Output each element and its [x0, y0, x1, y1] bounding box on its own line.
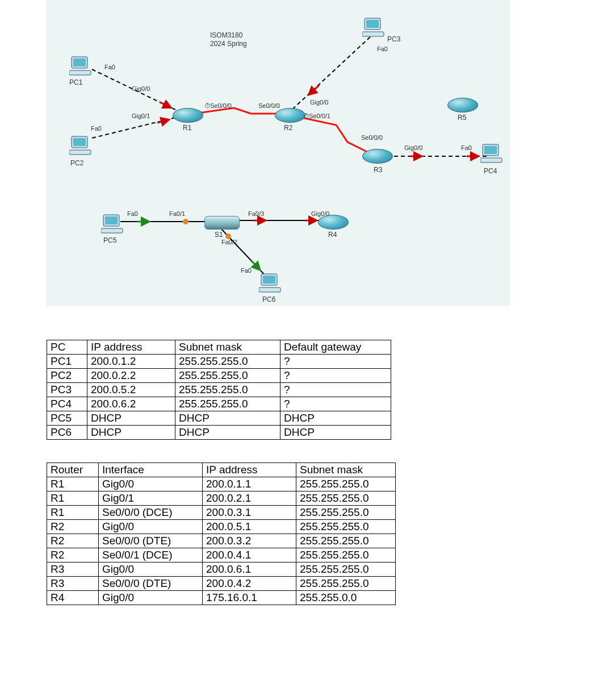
pc3-port: Fa0: [377, 45, 388, 52]
pc4-icon: [480, 143, 503, 165]
pc6-port: Fa0: [241, 267, 252, 274]
pc1-label: PC1: [69, 78, 82, 86]
pc3-label: PC3: [387, 35, 400, 43]
network-topology-diagram: ISOM3180 2024 Spring: [47, 0, 510, 306]
r3-icon: [362, 149, 392, 166]
svg-rect-22: [105, 216, 118, 224]
table-row: PC4200.0.6.2255.255.255.0?: [47, 397, 391, 411]
pc5-port: Fa0: [127, 210, 138, 217]
s1-f01-port: Fa0/1: [169, 210, 185, 217]
pc-table-header: Default gateway: [280, 340, 391, 355]
svg-rect-13: [73, 138, 86, 146]
svg-rect-23: [101, 228, 123, 233]
r1-icon: [173, 108, 202, 125]
r5-icon: [447, 98, 477, 115]
svg-rect-17: [362, 32, 384, 36]
router-table-header: IP address: [203, 463, 296, 477]
r4-icon: [318, 215, 347, 232]
r1-g00-port: Gig0/0: [132, 85, 150, 92]
table-row: R3Se0/0/0 (DTE)200.0.4.2255.255.255.0: [47, 577, 396, 591]
router-table-header: Interface: [99, 463, 203, 477]
r1-g01-port: Gig0/1: [132, 113, 150, 119]
table-row: R2Se0/0/1 (DCE)200.0.4.1255.255.255.0: [47, 548, 396, 562]
r5-label: R5: [458, 114, 466, 122]
table-row: R1Se0/0/0 (DCE)200.0.3.1255.255.255.0: [47, 506, 396, 520]
pc1-port: Fa0: [104, 64, 115, 70]
table-row: R2Gig0/0200.0.5.1255.255.255.0: [47, 520, 396, 534]
pc5-label: PC5: [103, 236, 116, 244]
svg-rect-16: [366, 20, 379, 28]
svg-rect-20: [480, 158, 502, 163]
router-table-header: Subnet mask: [296, 463, 396, 477]
table-row: R3Gig0/0200.0.6.1255.255.255.0: [47, 562, 396, 577]
pc6-label: PC6: [262, 295, 275, 303]
svg-rect-11: [69, 70, 91, 75]
router-table-header: Router: [47, 463, 99, 477]
pc-table-header: PC: [47, 340, 87, 355]
pc5-icon: [101, 214, 124, 235]
r1-clock-icon: ⏱: [204, 102, 211, 109]
pc-table-header: IP address: [87, 340, 175, 355]
table-row: PC3200.0.5.2255.255.255.0?: [47, 383, 391, 397]
table-row: R1Gig0/1200.0.2.1255.255.255.0: [47, 491, 396, 506]
table-row: PC1200.0.1.2255.255.255.0?: [47, 355, 391, 369]
pc1-icon: [69, 56, 92, 77]
table-row: R1Gig0/0200.0.1.1255.255.255.0: [47, 477, 396, 491]
r1-label: R1: [183, 124, 191, 132]
svg-line-2: [291, 37, 370, 111]
pc4-port: Fa0: [461, 144, 472, 151]
svg-rect-25: [263, 276, 275, 284]
r2-s001-port: Se0/0/1: [309, 113, 330, 119]
topology-links: [47, 0, 510, 306]
r2-s000-port: Se0/0/0: [258, 102, 280, 109]
s1-f02-port: Fa0/2: [221, 239, 237, 245]
svg-point-5: [183, 219, 189, 224]
pc2-label: PC2: [70, 159, 83, 167]
s1-f03-port: Fa0/3: [248, 210, 264, 217]
r2-g00-port: Gig0/0: [310, 99, 328, 106]
r2-icon: [275, 108, 304, 125]
table-row: PC6DHCPDHCPDHCP: [47, 426, 391, 440]
r2-clock-icon: ⏱: [303, 113, 309, 119]
svg-rect-14: [69, 150, 91, 155]
r4-g00-port: Gig0/0: [311, 210, 329, 217]
pc4-label: PC4: [484, 167, 497, 175]
r3-g00-port: Gig0/0: [404, 144, 422, 151]
pc3-icon: [362, 17, 385, 39]
pc2-port: Fa0: [91, 125, 102, 132]
pc-table-header: Subnet mask: [175, 340, 280, 355]
r3-label: R3: [374, 166, 382, 174]
r2-label: R2: [284, 124, 292, 132]
s1-label: S1: [215, 231, 223, 239]
r3-s000-port: Se0/0/0: [361, 134, 383, 141]
s1-icon: [204, 216, 238, 232]
svg-rect-19: [484, 146, 497, 154]
r4-label: R4: [328, 231, 337, 239]
pc6-icon: [259, 273, 282, 294]
r1-s000-port: Se0/0/0: [210, 102, 232, 109]
table-row: R4Gig0/0175.16.0.1255.255.0.0: [47, 591, 396, 605]
table-row: R2Se0/0/0 (DTE)200.0.3.2255.255.255.0: [47, 534, 396, 548]
pc2-icon: [69, 135, 92, 157]
svg-line-1: [92, 116, 180, 138]
pc-address-table: PCIP addressSubnet maskDefault gatewayPC…: [47, 340, 391, 440]
router-interface-table: RouterInterfaceIP addressSubnet maskR1Gi…: [47, 463, 396, 605]
svg-rect-10: [73, 59, 86, 66]
table-row: PC5DHCPDHCPDHCP: [47, 411, 391, 426]
table-row: PC2200.0.2.2255.255.255.0?: [47, 369, 391, 383]
svg-rect-26: [259, 288, 280, 292]
